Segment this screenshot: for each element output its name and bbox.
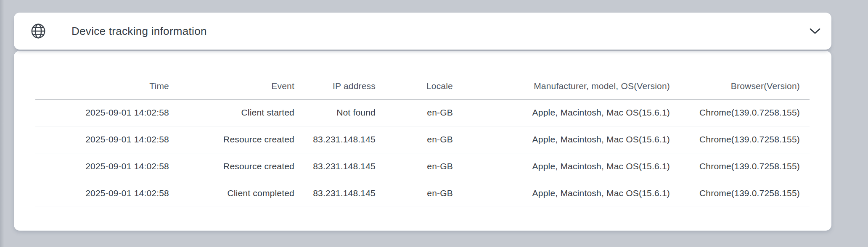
table-row: 2025-09-01 14:02:58 Client completed 83.… <box>35 180 810 207</box>
cell-event: Client started <box>169 99 294 126</box>
cell-browser: Chrome(139.0.7258.155) <box>670 99 810 126</box>
column-header-locale: Locale <box>376 73 453 99</box>
cell-locale: en-GB <box>376 180 453 207</box>
cell-time: 2025-09-01 14:02:58 <box>35 99 169 126</box>
column-header-event: Event <box>169 73 294 99</box>
chevron-down-icon[interactable] <box>809 26 821 37</box>
cell-time: 2025-09-01 14:02:58 <box>35 153 169 180</box>
panel-title: Device tracking information <box>71 25 809 38</box>
column-header-browser: Browser(Version) <box>670 73 810 99</box>
column-header-ip-address: IP address <box>294 73 376 99</box>
cell-browser: Chrome(139.0.7258.155) <box>670 126 810 153</box>
table-row: 2025-09-01 14:02:58 Resource created 83.… <box>35 153 810 180</box>
device-tracking-content: Time Event IP address Locale Manufacture… <box>14 51 831 231</box>
cell-event: Client completed <box>169 180 294 207</box>
cell-ip-address: 83.231.148.145 <box>294 126 376 153</box>
cell-manufacturer: Apple, Macintosh, Mac OS(15.6.1) <box>453 153 670 180</box>
table-row: 2025-09-01 14:02:58 Resource created 83.… <box>35 126 810 153</box>
cell-ip-address: 83.231.148.145 <box>294 153 376 180</box>
cell-ip-address: 83.231.148.145 <box>294 180 376 207</box>
cell-ip-address: Not found <box>294 99 376 126</box>
device-tracking-accordion-header[interactable]: Device tracking information <box>14 13 831 50</box>
cell-browser: Chrome(139.0.7258.155) <box>670 153 810 180</box>
column-header-time: Time <box>35 73 169 99</box>
device-tracking-table: Time Event IP address Locale Manufacture… <box>35 73 810 207</box>
cell-manufacturer: Apple, Macintosh, Mac OS(15.6.1) <box>453 180 670 207</box>
cell-time: 2025-09-01 14:02:58 <box>35 180 169 207</box>
cell-manufacturer: Apple, Macintosh, Mac OS(15.6.1) <box>453 126 670 153</box>
cell-event: Resource created <box>169 126 294 153</box>
table-header-row: Time Event IP address Locale Manufacture… <box>35 73 810 99</box>
cell-browser: Chrome(139.0.7258.155) <box>670 180 810 207</box>
device-tracking-panel: Device tracking information Time Event I… <box>14 13 831 231</box>
cell-manufacturer: Apple, Macintosh, Mac OS(15.6.1) <box>453 99 670 126</box>
cell-locale: en-GB <box>376 126 453 153</box>
table-row: 2025-09-01 14:02:58 Client started Not f… <box>35 99 810 126</box>
cell-event: Resource created <box>169 153 294 180</box>
globe-icon <box>30 23 46 39</box>
cell-time: 2025-09-01 14:02:58 <box>35 126 169 153</box>
cell-locale: en-GB <box>376 99 453 126</box>
cell-locale: en-GB <box>376 153 453 180</box>
column-header-manufacturer: Manufacturer, model, OS(Version) <box>453 73 670 99</box>
